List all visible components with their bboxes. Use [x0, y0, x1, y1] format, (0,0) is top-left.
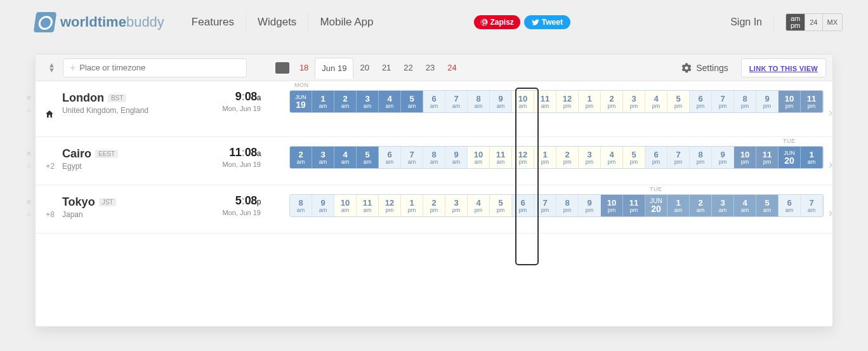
hour-cell[interactable]: 8am — [468, 91, 490, 112]
home-toggle-icon[interactable]: ⌂ — [27, 106, 30, 113]
date-23[interactable]: 23 — [419, 58, 441, 77]
date-21[interactable]: 21 — [376, 58, 397, 77]
hour-cell[interactable]: 2am — [334, 91, 357, 112]
hour-cell[interactable]: 10pm — [734, 147, 756, 168]
hour-cell[interactable]: 9am — [445, 147, 468, 168]
date-jun19[interactable]: Jun 19 — [315, 58, 353, 79]
home-toggle-icon[interactable]: ⌂ — [27, 162, 30, 169]
hour-cell[interactable]: 3pm — [623, 91, 645, 112]
hour-grid[interactable]: 8am9am10am11am12pm1pm2pm3pm4pm5pm6pm7pm8… — [289, 194, 824, 217]
next-arrow-icon[interactable]: › — [829, 106, 832, 119]
remove-row-icon[interactable]: ✕ — [26, 150, 32, 158]
hour-cell[interactable]: 6am — [379, 147, 401, 168]
place-search-box[interactable]: + — [63, 58, 247, 77]
logo[interactable]: worldtimebuddy — [35, 12, 164, 32]
hour-cell[interactable]: 7pm — [667, 147, 690, 168]
hour-cell[interactable]: 12pm — [512, 147, 534, 168]
remove-row-icon[interactable]: ✕ — [26, 94, 32, 102]
hour-cell[interactable]: 1am — [312, 91, 334, 112]
hour-cell[interactable]: 9am — [312, 195, 334, 216]
hour-cell[interactable]: 2am — [690, 195, 712, 216]
hour-cell[interactable]: 10am — [334, 195, 357, 216]
hour-cell[interactable]: 5am — [401, 91, 423, 112]
hour-cell[interactable]: 7am — [445, 91, 468, 112]
hour-cell[interactable]: 11am — [490, 147, 512, 168]
date-22[interactable]: 22 — [397, 58, 419, 77]
hour-cell[interactable]: 2am — [290, 147, 312, 168]
date-20[interactable]: 20 — [353, 58, 375, 77]
hour-cell[interactable]: 5am — [756, 195, 779, 216]
settings-link[interactable]: Settings — [681, 62, 728, 74]
hour-cell[interactable]: 11pm — [801, 91, 823, 112]
hour-cell[interactable]: 7pm — [534, 195, 556, 216]
hour-cell[interactable]: 11am — [357, 195, 379, 216]
hour-cell[interactable]: 10am — [468, 147, 490, 168]
hour-cell[interactable]: 9pm — [712, 147, 734, 168]
hour-cell[interactable]: 5pm — [667, 91, 690, 112]
hour-cell[interactable]: 4am — [334, 147, 357, 168]
sign-in-link[interactable]: Sign In — [730, 17, 762, 28]
hour-cell[interactable]: 4pm — [468, 195, 490, 216]
hour-cell[interactable]: 2pm — [423, 195, 445, 216]
hour-cell[interactable]: 2pm — [601, 91, 623, 112]
hour-cell[interactable]: 5pm — [623, 147, 645, 168]
hour-cell[interactable]: 1pm — [401, 195, 423, 216]
remove-row-icon[interactable]: ✕ — [26, 198, 32, 206]
nav-features[interactable]: Features — [180, 13, 246, 32]
hour-cell[interactable]: 3pm — [579, 147, 601, 168]
hour-cell[interactable]: 11pm — [756, 147, 779, 168]
hour-cell[interactable]: 9pm — [756, 91, 779, 112]
hour-cell[interactable]: 10am — [512, 91, 534, 112]
sort-button[interactable]: ▲▼ — [48, 63, 55, 72]
hour-cell[interactable]: 10pm — [779, 91, 801, 112]
link-to-view-button[interactable]: LINK TO THIS VIEW — [741, 58, 826, 77]
hour-cell[interactable]: 12pm — [556, 91, 579, 112]
mode-24h[interactable]: 24 — [805, 14, 822, 30]
hour-cell[interactable]: 3am — [312, 147, 334, 168]
hour-cell[interactable]: 8pm — [734, 91, 756, 112]
hour-cell[interactable]: 5pm — [490, 195, 512, 216]
hour-cell[interactable]: 12pm — [379, 195, 401, 216]
hour-cell[interactable]: 5am — [357, 147, 379, 168]
home-toggle-icon[interactable]: ⌂ — [27, 210, 30, 217]
hour-cell[interactable]: 8pm — [556, 195, 579, 216]
hour-cell[interactable]: 1am — [667, 195, 690, 216]
next-arrow-icon[interactable]: › — [829, 158, 832, 171]
hour-cell[interactable]: JUN20 — [645, 195, 667, 216]
hour-cell[interactable]: 3pm — [445, 195, 468, 216]
nav-mobile-app[interactable]: Mobile App — [308, 13, 385, 32]
hour-cell[interactable]: 4am — [379, 91, 401, 112]
hour-cell[interactable]: 3am — [357, 91, 379, 112]
hour-cell[interactable]: 10pm — [601, 195, 623, 216]
date-18[interactable]: 18 — [293, 58, 315, 77]
hour-cell[interactable]: 1pm — [579, 91, 601, 112]
hour-grid[interactable]: 2am3am4am5am6am7am8am9am10am11am12pm1pm2… — [289, 146, 824, 169]
hour-cell[interactable]: 6pm — [645, 147, 667, 168]
date-24[interactable]: 24 — [441, 58, 463, 77]
hour-cell[interactable]: JUN20 — [779, 147, 801, 168]
hour-cell[interactable]: 9pm — [579, 195, 601, 216]
search-input[interactable] — [79, 63, 240, 72]
hour-cell[interactable]: 7pm — [712, 91, 734, 112]
mode-ampm[interactable]: ampm — [786, 14, 805, 30]
hour-cell[interactable]: 6pm — [512, 195, 534, 216]
hour-cell[interactable]: 8pm — [690, 147, 712, 168]
hour-cell[interactable]: 3am — [712, 195, 734, 216]
hour-cell[interactable]: 7am — [401, 147, 423, 168]
hour-cell[interactable]: JUN19 — [290, 91, 312, 112]
hour-cell[interactable]: 11am — [534, 91, 556, 112]
hour-cell[interactable]: 7am — [801, 195, 823, 216]
hour-cell[interactable]: 8am — [290, 195, 312, 216]
hour-cell[interactable]: 1pm — [534, 147, 556, 168]
hour-cell[interactable]: 6am — [779, 195, 801, 216]
pinterest-save-button[interactable]: Zapisz — [474, 15, 520, 29]
hour-cell[interactable]: 11pm — [623, 195, 645, 216]
hour-grid[interactable]: JUN191am2am3am4am5am6am7am8am9am10am11am… — [289, 90, 824, 113]
hour-cell[interactable]: 6pm — [690, 91, 712, 112]
hour-cell[interactable]: 1am — [801, 147, 823, 168]
hour-cell[interactable]: 9am — [490, 91, 512, 112]
hour-cell[interactable]: 4pm — [645, 91, 667, 112]
hour-cell[interactable]: 4am — [734, 195, 756, 216]
hour-cell[interactable]: 4pm — [601, 147, 623, 168]
hour-cell[interactable]: 8am — [423, 147, 445, 168]
